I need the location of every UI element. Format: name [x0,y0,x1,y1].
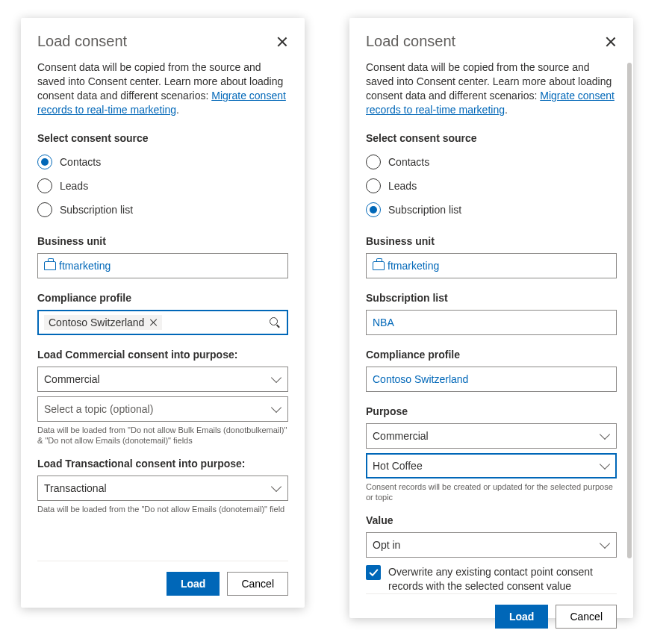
business-unit-field[interactable]: ftmarketing [366,253,617,278]
subscription-list-field[interactable]: NBA [366,310,617,335]
business-unit-value: ftmarketing [388,260,439,272]
radio-contacts[interactable]: Contacts [37,155,288,169]
load-button[interactable]: Load [495,605,548,629]
intro-text: Consent data will be copied from the sou… [37,60,288,117]
commercial-purpose-select[interactable]: Commercial [37,367,288,392]
radio-icon [37,155,52,169]
dialog-title: Load consent [366,33,455,50]
radio-subscription-list[interactable]: Subscription list [37,202,288,217]
checkbox-checked-icon[interactable] [366,565,381,580]
radio-icon [366,155,381,169]
overwrite-checkbox-row[interactable]: Overwrite any existing contact point con… [366,565,617,593]
chevron-down-icon [600,538,610,549]
load-consent-panel-right: Load consent Consent data will be copied… [349,18,633,618]
radio-label: Leads [388,180,417,192]
value-value: Opt in [373,539,400,551]
commercial-topic-select[interactable]: Select a topic (optional) [37,396,288,422]
purpose-label: Purpose [366,405,617,417]
select-source-label: Select consent source [366,132,617,144]
briefcase-icon [44,261,56,270]
profile-tag-label: Contoso Switzerland [49,317,144,328]
business-unit-field[interactable]: ftmarketing [37,253,288,278]
close-icon[interactable] [276,36,288,48]
compliance-profile-value: Contoso Switzerland [373,373,468,385]
radio-label: Leads [60,180,88,192]
commercial-topic-placeholder: Select a topic (optional) [44,403,153,415]
remove-tag-icon[interactable] [150,319,158,326]
radio-icon [37,178,52,193]
load-button[interactable]: Load [167,572,220,596]
chevron-down-icon [271,372,281,382]
transactional-purpose-label: Load Transactional consent into purpose: [37,458,288,470]
intro-text: Consent data will be copied from the sou… [366,60,617,117]
briefcase-icon [373,261,385,270]
radio-icon [366,178,381,193]
cancel-button[interactable]: Cancel [227,572,288,596]
topic-select[interactable]: Hot Coffee [366,453,617,478]
value-label: Value [366,514,617,526]
purpose-hint: Consent records will be created or updat… [366,481,617,503]
commercial-purpose-value: Commercial [44,373,100,385]
cancel-button[interactable]: Cancel [556,605,617,629]
transactional-purpose-value: Transactional [44,482,107,494]
radio-label: Contacts [60,156,101,168]
compliance-profile-field[interactable]: Contoso Switzerland [37,310,288,335]
subscription-list-label: Subscription list [366,292,617,304]
chevron-down-icon [600,458,610,469]
business-unit-value: ftmarketing [59,260,111,272]
scrollbar[interactable] [627,63,632,558]
compliance-profile-field[interactable]: Contoso Switzerland [366,367,617,392]
select-source-label: Select consent source [37,132,288,144]
commercial-hint: Data will be loaded from "Do not allow B… [37,425,288,446]
subscription-list-value: NBA [373,317,394,328]
search-icon[interactable] [270,317,280,328]
business-unit-label: Business unit [366,235,617,247]
radio-leads[interactable]: Leads [366,178,617,193]
radio-leads[interactable]: Leads [37,178,288,193]
purpose-select[interactable]: Commercial [366,423,617,449]
overwrite-label: Overwrite any existing contact point con… [388,565,617,593]
radio-icon [366,202,381,217]
chevron-down-icon [271,481,281,492]
compliance-profile-label: Compliance profile [366,349,617,361]
chevron-down-icon [271,402,281,412]
radio-subscription-list[interactable]: Subscription list [366,202,617,217]
chevron-down-icon [600,428,610,439]
radio-label: Subscription list [388,204,461,216]
dialog-footer: Load Cancel [366,593,617,629]
dialog-footer: Load Cancel [37,561,288,596]
profile-tag[interactable]: Contoso Switzerland [44,315,162,330]
dialog-title: Load consent [37,33,127,50]
business-unit-label: Business unit [37,235,288,247]
close-icon[interactable] [605,36,617,48]
transactional-purpose-select[interactable]: Transactional [37,476,288,501]
radio-contacts[interactable]: Contacts [366,155,617,169]
radio-icon [37,202,52,217]
value-select[interactable]: Opt in [366,532,617,558]
transactional-hint: Data will be loaded from the "Do not all… [37,504,288,514]
topic-value: Hot Coffee [373,460,423,472]
compliance-profile-label: Compliance profile [37,292,288,304]
radio-label: Subscription list [60,204,133,216]
load-consent-panel-left: Load consent Consent data will be copied… [21,18,305,608]
commercial-purpose-label: Load Commercial consent into purpose: [37,349,288,361]
purpose-value: Commercial [373,430,429,442]
radio-label: Contacts [388,156,429,168]
